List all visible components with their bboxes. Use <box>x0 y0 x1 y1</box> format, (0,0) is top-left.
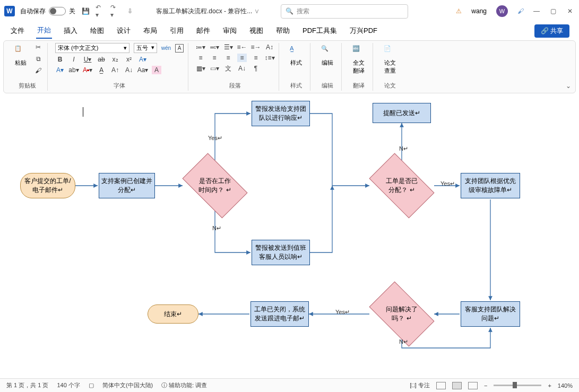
share-button[interactable]: 🔗 共享 <box>534 24 569 38</box>
char-border-icon[interactable]: A <box>175 44 184 53</box>
line-spacing-button[interactable]: ↕≡▾ <box>265 54 274 62</box>
node-resolve[interactable]: 客服支持团队解决问题↵ <box>461 301 520 327</box>
zoom-out-button[interactable]: − <box>484 382 487 389</box>
print-layout-button[interactable] <box>452 382 462 389</box>
language[interactable]: 简体中文(中国大陆) <box>102 381 153 389</box>
node-closed[interactable]: 工单已关闭，系统发送跟进电子邮↵ <box>250 301 309 327</box>
subscript-button[interactable]: x₂ <box>110 55 120 64</box>
page-count[interactable]: 第 1 页，共 1 页 <box>6 381 48 389</box>
tab-file[interactable]: 文件 <box>10 23 25 38</box>
node-review[interactable]: 支持团队根据优先级审核故障单↵ <box>461 173 520 198</box>
qat-more-icon[interactable]: ⇩ <box>125 6 135 16</box>
node-end[interactable]: 结束↵ <box>148 304 198 324</box>
cut-icon[interactable]: ✂ <box>33 43 43 51</box>
tab-pdftools[interactable]: PDF工具集 <box>301 23 338 38</box>
tab-wanxingpdf[interactable]: 万兴PDF <box>349 23 378 38</box>
font-name-combo[interactable]: 宋体 (中文正文)▾ <box>55 43 129 53</box>
undo-icon[interactable]: ↶ ▾ <box>96 6 105 16</box>
grow-font-button[interactable]: A↑ <box>110 66 120 74</box>
copy-icon[interactable]: ⧉ <box>33 55 43 63</box>
document-area[interactable]: 客户提交的工单/电子邮件↵ 支持案例已创建并分配↵ 是否在工作时间内？ ↵ 警报… <box>3 93 576 377</box>
change-case-button[interactable]: Aa▾ <box>138 66 148 74</box>
paste-button[interactable]: 📋 粘贴 <box>11 43 30 69</box>
zoom-value[interactable]: 140% <box>558 382 573 389</box>
shrink-font-button[interactable]: A↓ <box>124 66 134 74</box>
tab-home[interactable]: 开始 <box>36 23 52 39</box>
node-alert-team[interactable]: 警报发送给支持团队以进行响应↵ <box>252 101 310 126</box>
format-painter-icon[interactable]: 🖌 <box>33 66 43 75</box>
styles-button[interactable]: A̲ 样式 <box>287 43 306 69</box>
distribute-button[interactable]: ≡ <box>251 54 261 62</box>
text-proof-icon[interactable]: ▢ <box>89 382 94 389</box>
zoom-slider[interactable] <box>494 385 541 386</box>
char-shading-icon[interactable]: A̲ <box>97 66 106 74</box>
minimize-button[interactable]: — <box>533 7 541 15</box>
group-clipboard: 📋 粘贴 ✂ ⧉ 🖌 剪贴板 <box>7 43 48 91</box>
brush-icon[interactable]: 🖌 <box>517 7 524 15</box>
search-input[interactable]: 🔍 搜索 <box>281 4 408 19</box>
autosave-toggle[interactable]: 自动保存 关 <box>20 7 75 16</box>
italic-button[interactable]: I <box>69 55 79 64</box>
ribbon-collapse-icon[interactable]: ⌄ <box>566 82 571 90</box>
toggle-icon[interactable] <box>49 7 66 15</box>
superscript-button[interactable]: x² <box>124 55 134 64</box>
font-fill-icon[interactable]: A▾ <box>55 66 65 74</box>
tab-help[interactable]: 帮助 <box>275 23 291 38</box>
web-layout-button[interactable] <box>468 382 478 389</box>
zoom-in-button[interactable]: + <box>548 382 551 389</box>
node-working-hours[interactable]: 是否在工作时间内？ ↵ <box>187 168 243 204</box>
clear-formatting-button[interactable]: A <box>152 66 161 74</box>
tab-draw[interactable]: 绘图 <box>89 23 105 38</box>
redo-icon[interactable]: ↷ ▾ <box>110 6 120 16</box>
read-mode-button[interactable] <box>436 382 446 389</box>
tab-mailings[interactable]: 邮件 <box>195 23 211 38</box>
increase-indent-button[interactable]: ≡→ <box>251 43 261 51</box>
align-left-button[interactable]: ≡ <box>196 54 205 62</box>
warning-icon[interactable]: ⚠ <box>456 7 462 15</box>
tab-references[interactable]: 引用 <box>169 23 185 38</box>
tab-view[interactable]: 视图 <box>248 23 264 38</box>
node-alert-oncall[interactable]: 警报被发送到值班客服人员以响↵ <box>252 240 310 265</box>
node-case-created[interactable]: 支持案例已创建并分配↵ <box>99 173 155 198</box>
tab-layout[interactable]: 布局 <box>142 23 158 38</box>
align-center-button[interactable]: ≡ <box>210 54 219 62</box>
show-marks-button[interactable]: ¶ <box>251 64 261 73</box>
close-button[interactable]: ✕ <box>567 7 575 15</box>
asian-layout-button[interactable]: 文 <box>223 64 233 73</box>
font-size-combo[interactable]: 五号▾ <box>134 43 157 53</box>
borders-button[interactable]: ▭▾ <box>210 64 219 73</box>
thesis-check-button[interactable]: 📄 论文 查重 <box>381 43 400 77</box>
bold-button[interactable]: B <box>55 55 65 64</box>
font-color-button[interactable]: A▾ <box>83 66 92 74</box>
underline-button[interactable]: U▾ <box>83 55 92 64</box>
editing-button[interactable]: 🔍 编辑 <box>318 43 337 69</box>
highlight-button[interactable]: ab▾ <box>69 66 79 74</box>
text-effects-icon[interactable]: A▾ <box>138 55 148 64</box>
tab-insert[interactable]: 插入 <box>63 23 79 38</box>
focus-mode[interactable]: [□] 专注 <box>410 381 430 389</box>
decrease-indent-button[interactable]: ≡← <box>237 43 247 51</box>
numbering-button[interactable]: ≕▾ <box>210 43 219 51</box>
bullets-button[interactable]: ≔▾ <box>196 43 205 51</box>
phonetic-guide-icon[interactable]: wén <box>161 44 171 53</box>
accessibility[interactable]: ⓘ 辅助功能: 调查 <box>161 381 207 389</box>
node-start[interactable]: 客户提交的工单/电子邮件↵ <box>20 173 75 198</box>
avatar[interactable]: W <box>496 5 508 17</box>
maximize-button[interactable]: ▢ <box>550 7 558 15</box>
node-assigned[interactable]: 工单是否已分配？ ↵ <box>374 168 430 204</box>
strike-button[interactable]: ab <box>97 55 106 64</box>
node-resolved-q[interactable]: 问题解决了吗？ ↵ <box>374 296 430 332</box>
shading-button[interactable]: ▦▾ <box>196 64 205 73</box>
tab-review[interactable]: 审阅 <box>222 23 238 38</box>
node-reminder[interactable]: 提醒已发送↵ <box>373 103 431 123</box>
save-icon[interactable]: 💾 <box>81 6 90 16</box>
translate-button[interactable]: 🔤 全文 翻译 <box>349 43 368 77</box>
word-count[interactable]: 140 个字 <box>57 381 80 389</box>
tab-design[interactable]: 设计 <box>116 23 132 38</box>
sort-button[interactable]: A↓ <box>237 64 247 73</box>
multilevel-button[interactable]: ☰▾ <box>223 43 233 51</box>
align-right-button[interactable]: ≡ <box>223 54 233 62</box>
justify-button[interactable]: ≡ <box>237 54 247 62</box>
titlebar: W 自动保存 关 💾 ↶ ▾ ↷ ▾ ⇩ 客服工单解决流程.docx - 兼容性… <box>0 0 579 22</box>
text-direction-button[interactable]: A↕ <box>265 43 274 51</box>
